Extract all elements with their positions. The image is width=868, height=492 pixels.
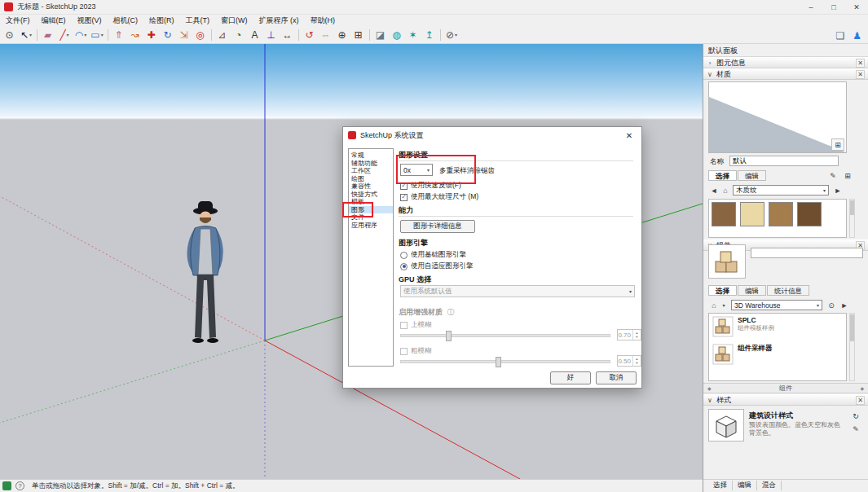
menu-file[interactable]: 文件(F): [0, 15, 36, 27]
sample-style-icon[interactable]: ✎: [850, 424, 861, 434]
materials-scrollbar[interactable]: [849, 199, 855, 238]
materials-tab-select[interactable]: 选择: [708, 170, 737, 181]
close-icon[interactable]: ✕: [856, 396, 865, 405]
components-footer-bar[interactable]: ◆ 组件 ◆: [703, 383, 868, 393]
blur2-slider[interactable]: [400, 360, 610, 363]
close-icon[interactable]: ✕: [856, 70, 865, 79]
category-files[interactable]: 文件: [349, 213, 393, 222]
chevron-right-icon[interactable]: ›: [707, 59, 713, 67]
menu-window[interactable]: 窗口(W): [215, 15, 253, 27]
menu-help[interactable]: 帮助(H): [305, 15, 341, 27]
minimize-button[interactable]: –: [800, 0, 822, 15]
blur1-slider-handle[interactable]: [446, 331, 452, 341]
category-applications[interactable]: 应用程序: [349, 222, 393, 230]
category-compatibility[interactable]: 兼容性: [349, 182, 393, 191]
styles-tab-select[interactable]: 选择: [708, 481, 733, 490]
push-pull-tool-icon[interactable]: ⇑: [111, 28, 127, 42]
category-general[interactable]: 常规: [349, 152, 393, 160]
search-icon[interactable]: ⊙: [826, 300, 837, 310]
sign-in-icon[interactable]: ♟: [853, 30, 861, 42]
pan-tool-icon[interactable]: ⇔: [318, 28, 334, 42]
file-icon[interactable]: ❏: [835, 30, 844, 42]
eraser-tool-icon[interactable]: ▰: [40, 28, 56, 42]
preferences-category-list[interactable]: 常规 辅助功能 工作区 绘图 兼容性 快捷方式 模板 图形 文件 应用程序: [348, 148, 394, 367]
maximize-button[interactable]: □: [822, 0, 845, 15]
category-drawing[interactable]: 绘图: [349, 175, 393, 183]
menu-tools[interactable]: 工具(T): [180, 15, 216, 27]
axes-tool-icon[interactable]: ⊥: [263, 28, 280, 42]
text-tool-icon[interactable]: A: [247, 28, 263, 42]
zoom-tool-icon[interactable]: ⊕: [334, 28, 350, 42]
material-swatch[interactable]: [769, 202, 793, 226]
orbit-tool-icon[interactable]: ↺: [302, 28, 318, 42]
3d-warehouse-icon[interactable]: ◍: [389, 28, 405, 42]
components-tab-statistics[interactable]: 统计信息: [767, 285, 809, 296]
material-swatch[interactable]: [797, 202, 822, 226]
material-preview-zoom-button[interactable]: ⊞: [831, 138, 844, 151]
tape-measure-icon[interactable]: ⊿: [214, 28, 231, 42]
gpu-dropdown[interactable]: 使用系统默认值 ▾: [400, 285, 635, 297]
rotate-tool-icon[interactable]: ↻: [160, 28, 176, 42]
component-source-dropdown[interactable]: 3D Warehouse ▾: [731, 300, 822, 310]
category-shortcuts[interactable]: 快捷方式: [349, 191, 393, 199]
extension-warehouse-icon[interactable]: ✶: [405, 28, 421, 42]
arc-tool-icon[interactable]: ◠▾: [73, 28, 89, 42]
category-template[interactable]: 模板: [349, 198, 393, 206]
materials-panel-header[interactable]: ∨ 材质 ✕: [703, 68, 868, 80]
chevron-down-icon[interactable]: ∨: [707, 71, 713, 78]
menu-edit[interactable]: 编辑(E): [36, 15, 72, 27]
engine-adaptive-radio[interactable]: 使用自适应图形引擎: [400, 261, 474, 271]
components-scrollbar[interactable]: [849, 313, 855, 381]
blur1-spinbox[interactable]: 0.70 ▴▾: [617, 329, 641, 340]
ok-button[interactable]: 好: [550, 371, 591, 384]
max-texture-checkbox[interactable]: ✓ 使用最大纹理尺寸 (M): [400, 192, 478, 202]
diamond-left-icon[interactable]: ◆: [707, 385, 712, 391]
category-accessibility[interactable]: 辅助功能: [349, 160, 393, 168]
antialiasing-dropdown[interactable]: 0x ▾: [400, 164, 433, 176]
blur2-checkbox[interactable]: 粗模糊: [400, 346, 432, 356]
create-material-icon[interactable]: ⊞: [842, 170, 853, 181]
components-tab-edit[interactable]: 编辑: [738, 285, 766, 296]
menu-camera[interactable]: 相机(C): [108, 15, 144, 27]
geolocation-icon[interactable]: [2, 481, 11, 490]
home-icon[interactable]: ⌂: [720, 185, 731, 195]
update-style-icon[interactable]: ↻: [850, 411, 861, 421]
help-icon[interactable]: ?: [15, 481, 24, 490]
component-list-item[interactable]: 组件采样器: [709, 341, 846, 369]
chevron-down-icon[interactable]: ▾: [718, 300, 729, 310]
spin-down-icon[interactable]: ▾: [636, 335, 637, 339]
material-swatch[interactable]: [740, 202, 764, 226]
component-list-item[interactable]: SPLC 组件模板样例: [709, 314, 846, 341]
back-icon[interactable]: ◄: [708, 185, 720, 195]
more-tools-icon[interactable]: ⊘▾: [443, 28, 460, 42]
materials-tab-edit[interactable]: 编辑: [738, 170, 766, 181]
fast-feedback-checkbox[interactable]: ✓ 使用快速反馈(F): [400, 181, 461, 191]
details-arrow-icon[interactable]: ►: [839, 300, 850, 310]
material-collection-dropdown[interactable]: 木质纹 ▾: [733, 185, 829, 195]
material-name-input[interactable]: [729, 156, 839, 166]
close-button[interactable]: ✕: [845, 0, 868, 15]
blur2-slider-handle[interactable]: [496, 357, 501, 367]
dialog-title-bar[interactable]: SketchUp 系统设置: [343, 127, 641, 143]
entity-info-panel-header[interactable]: › 图元信息 ✕: [703, 57, 868, 68]
sample-paint-icon[interactable]: ✎: [827, 170, 839, 181]
share-model-icon[interactable]: ↥: [421, 28, 438, 42]
protractor-icon[interactable]: ◔: [231, 28, 247, 42]
search-icon[interactable]: ⊙: [2, 28, 18, 42]
shape-tool-icon[interactable]: ▭▾: [89, 28, 105, 42]
styles-tab-edit[interactable]: 编辑: [733, 481, 757, 490]
blur1-slider[interactable]: [400, 334, 610, 337]
dimension-tool-icon[interactable]: ↔: [280, 28, 296, 42]
category-graphics[interactable]: 图形: [349, 206, 393, 214]
blur2-spinbox[interactable]: 0.50 ▴▾: [617, 355, 641, 367]
line-tool-icon[interactable]: ╱▾: [56, 28, 73, 42]
category-workspace[interactable]: 工作区: [349, 167, 393, 175]
diamond-right-icon[interactable]: ◆: [860, 385, 864, 391]
styles-tab-mix[interactable]: 混合: [757, 481, 782, 490]
style-thumbnail[interactable]: [708, 409, 744, 441]
blur1-checkbox[interactable]: 上模糊: [400, 320, 432, 330]
component-name-input[interactable]: [751, 248, 863, 258]
spin-down-icon[interactable]: ▾: [636, 361, 637, 365]
styles-panel-header[interactable]: ∨ 样式 ✕: [703, 394, 868, 406]
follow-me-tool-icon[interactable]: ↝: [127, 28, 143, 42]
